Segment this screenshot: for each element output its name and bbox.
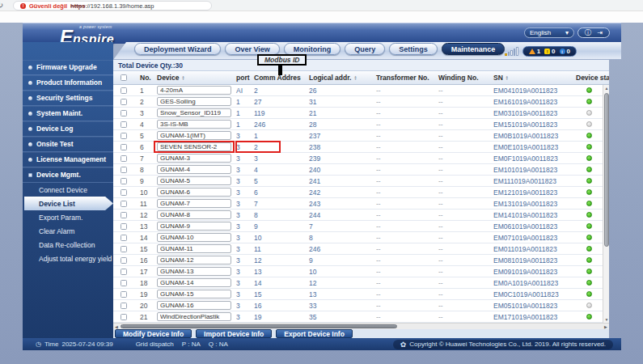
- scroll-up-icon[interactable]: ▲: [603, 85, 610, 91]
- tab-maintenance[interactable]: Maintenance: [442, 43, 506, 55]
- device-name-input[interactable]: [157, 86, 231, 95]
- column-header-port[interactable]: port: [235, 71, 252, 84]
- browser-address-bar: ↻ ! Güvenli değil https://192.168.1.39/h…: [0, 0, 643, 11]
- info-icon[interactable]: ⓘ: [585, 28, 591, 37]
- row-checkbox[interactable]: [121, 223, 127, 230]
- device-name-input[interactable]: [157, 267, 231, 276]
- row-checkbox[interactable]: [121, 144, 127, 150]
- row-checkbox[interactable]: [121, 280, 127, 286]
- tab-query[interactable]: Query: [345, 43, 385, 55]
- row-checkbox[interactable]: [121, 189, 127, 196]
- sidebar-item-device-mgmt[interactable]: Device Mgmt.: [23, 167, 113, 183]
- column-header-device[interactable]: Device▲▼: [155, 71, 235, 84]
- device-name-input[interactable]: [157, 188, 231, 197]
- row-checkbox[interactable]: [121, 257, 127, 264]
- import-device-info-button[interactable]: Import Device Info: [196, 329, 272, 338]
- tab-over-view[interactable]: Over View: [225, 43, 279, 55]
- column-header-logical-addr[interactable]: Logical addr.▲▼: [301, 71, 368, 84]
- device-cell: [155, 277, 235, 288]
- device-name-input[interactable]: [157, 131, 231, 140]
- row-checkbox[interactable]: [121, 155, 127, 162]
- row-checkbox[interactable]: [121, 178, 127, 184]
- select-all-checkbox[interactable]: [121, 74, 127, 81]
- device-name-input[interactable]: [157, 290, 231, 298]
- row-checkbox[interactable]: [121, 314, 127, 320]
- minor-alarm-icon: !: [544, 49, 550, 54]
- row-checkbox[interactable]: [121, 269, 127, 275]
- language-select[interactable]: English ▾: [524, 28, 574, 38]
- url-pill[interactable]: ! Güvenli değil https://192.168.1.39/hom…: [13, 1, 212, 11]
- sidebar-subitem-adjust-total-energy-yield[interactable]: Adjust total energy yield: [23, 252, 113, 265]
- sidebar-subitem-device-list[interactable]: Device List: [24, 197, 113, 210]
- device-name-input[interactable]: [157, 222, 231, 231]
- row-checkbox[interactable]: [121, 303, 127, 309]
- sidebar-item-system-maint[interactable]: System Maint.: [23, 106, 113, 121]
- horizontal-scroll-thumb[interactable]: [121, 324, 397, 328]
- sidebar-subitem-data-re-collection[interactable]: Data Re-collection: [23, 238, 113, 252]
- sidebar-item-device-log[interactable]: Device Log: [23, 121, 113, 137]
- row-checkbox[interactable]: [121, 246, 127, 252]
- checkbox-cell: [113, 187, 134, 197]
- device-name-input[interactable]: [157, 244, 231, 253]
- row-checkbox[interactable]: [121, 99, 127, 105]
- device-name-input[interactable]: [157, 256, 231, 265]
- column-header-comm-address[interactable]: Comm Address▲: [252, 71, 301, 84]
- sidebar-subitem-export-param[interactable]: Export Param.: [23, 210, 113, 224]
- row-checkbox[interactable]: [121, 235, 127, 241]
- sidebar-item-onsite-test[interactable]: Onsite Test: [23, 137, 113, 152]
- device-name-input[interactable]: [157, 312, 231, 321]
- device-name-input[interactable]: [157, 154, 231, 163]
- vertical-scrollbar[interactable]: ▲ ▼: [603, 85, 609, 323]
- sort-icon[interactable]: ▲▼: [506, 75, 509, 81]
- device-name-input[interactable]: [157, 176, 231, 185]
- scroll-down-icon[interactable]: ▼: [603, 316, 610, 323]
- device-name-input[interactable]: [157, 108, 231, 117]
- export-device-info-button[interactable]: Export Device Info: [276, 329, 353, 338]
- modify-device-info-button[interactable]: Modify Device Info: [115, 329, 192, 338]
- sidebar-item-firmware-upgrade[interactable]: Firmware Upgrade: [23, 60, 113, 75]
- column-header-winding-no[interactable]: Winding No.: [430, 71, 487, 84]
- column-header-transformer-no[interactable]: Transformer No.: [368, 71, 430, 84]
- device-name-input[interactable]: [157, 120, 231, 129]
- device-name-input[interactable]: [157, 278, 231, 287]
- column-header-no[interactable]: No.: [134, 71, 155, 84]
- column-header-device-status[interactable]: Device status: [576, 71, 609, 84]
- p-value: P : NA: [182, 341, 201, 348]
- alarm-summary[interactable]: 1 !0 i0: [522, 46, 577, 57]
- reload-icon[interactable]: ↻: [0, 1, 3, 10]
- column-header-sn[interactable]: SN▲▼: [487, 71, 576, 84]
- device-name-input[interactable]: [157, 199, 231, 208]
- device-name-input[interactable]: [157, 233, 231, 242]
- horizontal-scrollbar[interactable]: ◀ ▶: [113, 323, 609, 329]
- sort-icon[interactable]: ▲▼: [181, 75, 184, 81]
- row-checkbox[interactable]: [121, 87, 127, 94]
- row-checkbox[interactable]: [121, 121, 127, 128]
- row-checkbox[interactable]: [121, 133, 127, 139]
- sort-icon[interactable]: ▲▼: [353, 75, 357, 81]
- sidebar-subitem-clear-alarm[interactable]: Clear Alarm: [23, 224, 113, 238]
- logout-icon[interactable]: ⇥: [598, 29, 603, 36]
- row-checkbox[interactable]: [121, 201, 127, 207]
- device-name-input[interactable]: [157, 210, 231, 219]
- device-status-dot-online: [586, 133, 592, 138]
- tab-settings[interactable]: Settings: [389, 43, 438, 55]
- device-name-input[interactable]: [157, 142, 231, 151]
- sidebar-item-product-information[interactable]: Product Information: [23, 75, 113, 91]
- vertical-scroll-thumb[interactable]: [604, 93, 609, 247]
- device-name-input[interactable]: [157, 301, 231, 310]
- sidebar-item-security-settings[interactable]: Security Settings: [23, 91, 113, 106]
- sn-cell: EM0B1019A0011823: [487, 130, 576, 141]
- tab-monitoring[interactable]: Monitoring: [284, 43, 341, 55]
- tab-deployment-wizard[interactable]: Deployment Wizard: [134, 43, 221, 55]
- device-name-input[interactable]: [157, 97, 231, 106]
- device-name-input[interactable]: [157, 165, 231, 174]
- row-checkbox[interactable]: [121, 212, 127, 218]
- sidebar-subitem-connect-device[interactable]: Connect Device: [23, 183, 113, 197]
- sn-cell: EM011019A0011823: [487, 243, 576, 254]
- row-checkbox[interactable]: [121, 167, 127, 173]
- status-cell: [576, 232, 603, 243]
- sidebar-item-license-management[interactable]: License Management: [23, 152, 113, 167]
- row-checkbox[interactable]: [121, 291, 127, 298]
- row-checkbox[interactable]: [121, 110, 127, 116]
- logical-addr-cell: 244: [301, 210, 368, 220]
